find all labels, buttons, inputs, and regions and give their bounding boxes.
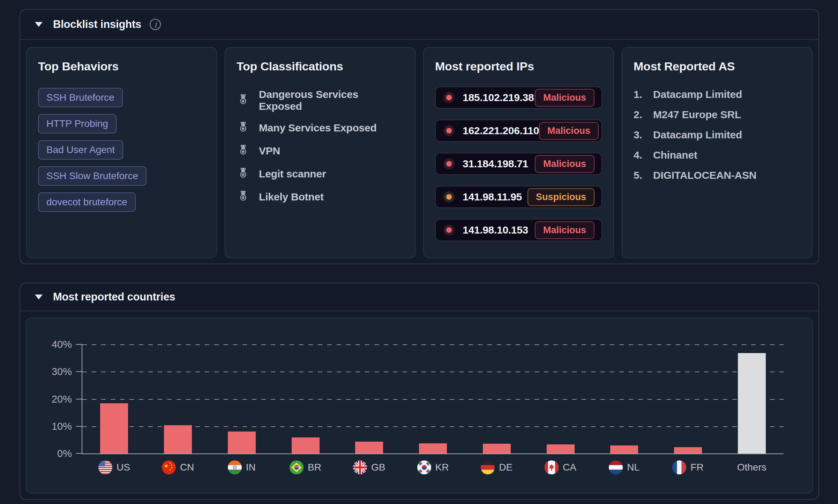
collapse-caret-icon[interactable] bbox=[35, 295, 43, 299]
chart-x-labels: US★★★★★CNINBRGBKRDECANLFROthers bbox=[82, 460, 784, 474]
country-label: BR bbox=[274, 460, 337, 474]
classification-item: Legit scanner bbox=[237, 167, 404, 181]
flag-icon-us bbox=[98, 460, 112, 474]
chart-band bbox=[210, 344, 274, 453]
as-name: DIGITALOCEAN-ASN bbox=[653, 169, 756, 181]
chart-bars bbox=[82, 344, 784, 453]
status-dot-icon bbox=[443, 191, 455, 203]
medal-icon bbox=[237, 144, 250, 158]
axis-tick bbox=[76, 371, 82, 372]
classification-item: Dangerous Services Exposed bbox=[237, 89, 404, 112]
ip-address: 185.102.219.38 bbox=[463, 92, 534, 104]
as-name: Datacamp Limited bbox=[653, 89, 742, 100]
behavior-tag: Bad User Agent bbox=[38, 140, 123, 160]
country-code: GB bbox=[371, 462, 385, 473]
as-item: 4.Chinanet bbox=[634, 149, 801, 161]
chart-band bbox=[656, 344, 720, 453]
country-code: KR bbox=[435, 462, 449, 473]
ip-row[interactable]: 141.98.11.95Suspicious bbox=[435, 186, 602, 208]
top-behaviors-card: Top Behaviors SSH BruteforceHTTP Probing… bbox=[26, 47, 217, 258]
card-title: Most reported IPs bbox=[435, 60, 602, 73]
behavior-tag: SSH Bruteforce bbox=[38, 88, 123, 107]
country-label: NL bbox=[592, 460, 656, 474]
classification-label: Dangerous Services Exposed bbox=[259, 89, 404, 112]
blocklist-insights-header: Blocklist insights i bbox=[20, 10, 818, 40]
ip-row[interactable]: 141.98.10.153Malicious bbox=[435, 219, 602, 241]
status-dot-icon bbox=[443, 224, 455, 236]
classifications-list: Dangerous Services ExposedMany Services … bbox=[237, 89, 404, 204]
status-badge: Malicious bbox=[535, 155, 594, 173]
country-label: ★★★★★CN bbox=[146, 460, 210, 474]
y-axis-label: 30% bbox=[52, 366, 72, 377]
as-name: M247 Europe SRL bbox=[653, 109, 741, 121]
card-title: Top Classifications bbox=[237, 60, 404, 73]
country-code: FR bbox=[690, 462, 703, 473]
card-title: Most Reported AS bbox=[634, 60, 801, 73]
flag-icon-de bbox=[481, 460, 495, 474]
chart-band bbox=[274, 344, 337, 453]
country-bar bbox=[738, 353, 766, 453]
chart-band bbox=[720, 344, 784, 453]
status-badge: Malicious bbox=[539, 122, 599, 140]
status-badge: Malicious bbox=[535, 221, 594, 239]
classification-label: Many Services Exposed bbox=[259, 122, 377, 134]
country-bar bbox=[610, 445, 638, 453]
country-label: CA bbox=[529, 460, 592, 474]
bar-chart: US★★★★★CNINBRGBKRDECANLFROthers 40%30%20… bbox=[82, 344, 784, 454]
status-dot-icon bbox=[443, 92, 455, 103]
as-item: 1.Datacamp Limited bbox=[634, 89, 801, 100]
flag-icon-nl bbox=[609, 460, 623, 474]
country-code: DE bbox=[499, 462, 512, 473]
behavior-tags-list: SSH BruteforceHTTP ProbingBad User Agent… bbox=[38, 88, 205, 212]
ip-row[interactable]: 31.184.198.71Malicious bbox=[435, 153, 602, 175]
chart-band bbox=[529, 344, 592, 453]
classification-item: Likely Botnet bbox=[237, 190, 404, 204]
y-axis-label: 20% bbox=[52, 393, 72, 405]
countries-chart-card: US★★★★★CNINBRGBKRDECANLFROthers 40%30%20… bbox=[26, 318, 813, 494]
y-axis-label: 40% bbox=[52, 339, 72, 350]
flag-icon-gb bbox=[353, 460, 367, 474]
axis-tick bbox=[76, 399, 82, 399]
svg-text:i: i bbox=[154, 20, 157, 29]
axis-tick bbox=[76, 426, 82, 427]
axis-tick bbox=[76, 344, 82, 345]
flag-icon-kr bbox=[417, 460, 431, 474]
flag-icon-fr bbox=[672, 460, 686, 474]
country-label: GB bbox=[337, 460, 401, 474]
country-bar bbox=[100, 403, 128, 453]
country-label: US bbox=[82, 460, 146, 474]
blocklist-insights-panel: Blocklist insights i Top Behaviors SSH B… bbox=[20, 9, 819, 264]
medal-icon bbox=[237, 167, 250, 181]
panel-title: Most reported countries bbox=[53, 291, 175, 303]
axis-tick bbox=[76, 453, 82, 454]
behavior-tag: dovecot bruteforce bbox=[38, 192, 136, 212]
country-code: CN bbox=[180, 462, 194, 473]
ip-address: 162.221.206.110 bbox=[463, 125, 539, 137]
ip-address: 141.98.11.95 bbox=[463, 191, 522, 203]
as-rank: 5. bbox=[634, 169, 647, 181]
country-bar bbox=[419, 443, 447, 453]
insight-cards-row: Top Behaviors SSH BruteforceHTTP Probing… bbox=[26, 47, 813, 258]
flag-icon-ca bbox=[545, 460, 559, 474]
country-bar bbox=[483, 444, 511, 453]
most-reported-ips-card: Most reported IPs 185.102.219.38Maliciou… bbox=[423, 47, 614, 258]
ip-row[interactable]: 185.102.219.38Malicious bbox=[435, 86, 602, 109]
most-reported-as-card: Most Reported AS 1.Datacamp Limited2.M24… bbox=[622, 47, 813, 258]
classification-label: VPN bbox=[259, 145, 280, 157]
card-title: Top Behaviors bbox=[38, 60, 205, 73]
info-icon[interactable]: i bbox=[149, 18, 162, 31]
ip-row[interactable]: 162.221.206.110Malicious bbox=[435, 120, 602, 142]
classification-label: Likely Botnet bbox=[259, 191, 324, 203]
medal-icon bbox=[237, 190, 250, 204]
ip-address: 141.98.10.153 bbox=[463, 224, 528, 236]
classification-label: Legit scanner bbox=[259, 168, 326, 180]
as-name: Datacamp Limited bbox=[653, 129, 742, 141]
country-code: CA bbox=[563, 462, 576, 473]
dashboard: { "insights": { "title": "Blocklist insi… bbox=[0, 0, 838, 504]
chart-band bbox=[401, 344, 465, 453]
as-rank: 4. bbox=[634, 149, 647, 161]
svg-text:★: ★ bbox=[169, 468, 171, 471]
country-code: Others bbox=[737, 462, 766, 473]
collapse-caret-icon[interactable] bbox=[35, 22, 43, 27]
top-classifications-card: Top Classifications Dangerous Services E… bbox=[225, 47, 416, 258]
